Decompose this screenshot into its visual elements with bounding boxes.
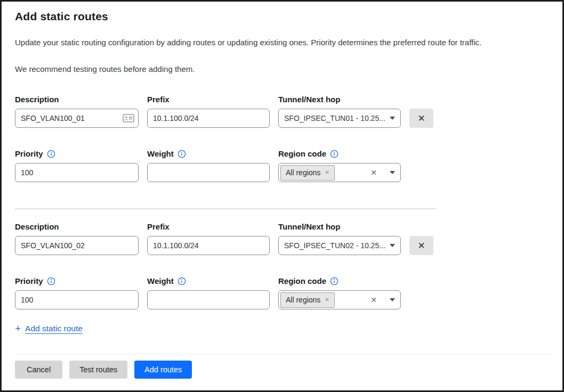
- tunnel-selected-value: SFO_IPSEC_TUN02 - 10.25...: [284, 241, 385, 250]
- description-input[interactable]: [15, 109, 139, 128]
- priority-label-text: Priority: [15, 276, 43, 285]
- region-chip-label: All regions: [286, 168, 320, 177]
- region-chip: All regions ✕: [280, 292, 335, 308]
- footer-divider: [15, 354, 554, 354]
- chevron-down-icon: [390, 298, 395, 301]
- footer-buttons: Cancel Test routes Add routes: [15, 361, 554, 379]
- clear-selection-icon[interactable]: ✕: [370, 169, 377, 176]
- region-field-1: Region code All regions ✕: [278, 149, 401, 182]
- priority-label: Priority: [15, 276, 139, 285]
- tunnel-label: Tunnel/Next hop: [278, 95, 401, 104]
- route-1-main-row: Description: [15, 95, 547, 128]
- add-static-routes-dialog: Add static routes Update your static rou…: [0, 0, 564, 392]
- description-label: Description: [15, 95, 139, 104]
- chevron-down-icon: [390, 171, 395, 174]
- test-routes-button[interactable]: Test routes: [69, 361, 127, 379]
- weight-input[interactable]: [147, 290, 270, 309]
- tunnel-label: Tunnel/Next hop: [278, 222, 401, 231]
- prefix-input[interactable]: [147, 236, 270, 255]
- priority-input[interactable]: [15, 290, 139, 309]
- weight-label: Weight: [147, 276, 270, 285]
- recommendation-text: We recommend testing routes before addin…: [15, 64, 547, 75]
- weight-field-2: Weight: [147, 276, 270, 309]
- description-field-1: Description: [15, 95, 139, 128]
- route-2-main-row: Description Prefix Tunnel/Next hop SFO_I…: [15, 222, 547, 255]
- page-title: Add static routes: [15, 10, 547, 23]
- dialog-footer: Cancel Test routes Add routes: [15, 354, 554, 379]
- region-multiselect[interactable]: All regions ✕ ✕: [278, 290, 401, 309]
- region-code-label: Region code: [278, 149, 401, 158]
- remove-route-button[interactable]: ✕: [409, 236, 433, 255]
- info-icon[interactable]: [178, 277, 186, 285]
- prefix-field-1: Prefix: [147, 95, 270, 128]
- tunnel-selected-value: SFO_IPSEC_TUN01 - 10.25...: [284, 114, 385, 123]
- chevron-down-icon: [390, 117, 395, 120]
- chip-remove-icon[interactable]: ✕: [325, 297, 329, 303]
- info-icon[interactable]: [330, 277, 339, 285]
- priority-input[interactable]: [15, 163, 139, 182]
- weight-label-text: Weight: [147, 276, 174, 285]
- prefix-input[interactable]: [147, 109, 270, 128]
- priority-field-2: Priority: [15, 276, 139, 309]
- add-static-route-link[interactable]: + Add static route: [15, 323, 83, 333]
- route-entry-1: Description: [15, 95, 547, 182]
- region-code-label-text: Region code: [278, 276, 326, 285]
- chip-remove-icon[interactable]: ✕: [325, 170, 329, 175]
- weight-field-1: Weight: [147, 149, 270, 182]
- description-field-2: Description: [15, 222, 139, 255]
- prefix-label: Prefix: [147, 95, 270, 104]
- region-code-label: Region code: [278, 276, 401, 285]
- priority-label-text: Priority: [15, 149, 43, 158]
- description-label: Description: [15, 222, 139, 231]
- description-input[interactable]: [15, 236, 139, 255]
- intro-text: Update your static routing configuration…: [15, 37, 547, 48]
- tunnel-field-2: Tunnel/Next hop SFO_IPSEC_TUN02 - 10.25.…: [278, 222, 401, 255]
- weight-label: Weight: [147, 149, 270, 158]
- remove-route-button[interactable]: ✕: [409, 109, 433, 128]
- route-2-sub-row: Priority: [15, 276, 547, 309]
- priority-label: Priority: [15, 149, 139, 158]
- region-code-label-text: Region code: [278, 149, 326, 158]
- contact-card-icon[interactable]: [123, 114, 134, 123]
- dialog-content: Add static routes Update your static rou…: [2, 2, 562, 334]
- region-chip: All regions ✕: [280, 165, 335, 181]
- plus-icon: +: [15, 323, 21, 333]
- clear-selection-icon[interactable]: ✕: [370, 296, 377, 304]
- info-icon[interactable]: [178, 150, 186, 158]
- section-divider: [15, 208, 436, 209]
- info-icon[interactable]: [330, 150, 339, 158]
- prefix-label: Prefix: [147, 222, 270, 231]
- add-routes-button[interactable]: Add routes: [134, 361, 192, 379]
- tunnel-select[interactable]: SFO_IPSEC_TUN02 - 10.25...: [278, 236, 401, 255]
- region-chip-label: All regions: [286, 296, 320, 304]
- prefix-field-2: Prefix: [147, 222, 270, 255]
- info-icon[interactable]: [47, 150, 55, 158]
- cancel-button[interactable]: Cancel: [15, 361, 62, 379]
- weight-input[interactable]: [147, 163, 270, 182]
- tunnel-select[interactable]: SFO_IPSEC_TUN01 - 10.25...: [278, 109, 401, 128]
- chevron-down-icon: [390, 244, 395, 247]
- tunnel-field-1: Tunnel/Next hop SFO_IPSEC_TUN01 - 10.25.…: [278, 95, 401, 128]
- region-multiselect[interactable]: All regions ✕ ✕: [278, 163, 401, 182]
- region-field-2: Region code All regions ✕: [278, 276, 401, 309]
- add-static-route-label: Add static route: [25, 324, 83, 333]
- weight-label-text: Weight: [147, 149, 174, 158]
- priority-field-1: Priority: [15, 149, 139, 182]
- info-icon[interactable]: [47, 277, 55, 285]
- route-entry-2: Description Prefix Tunnel/Next hop SFO_I…: [15, 222, 547, 309]
- route-1-sub-row: Priority: [15, 149, 547, 182]
